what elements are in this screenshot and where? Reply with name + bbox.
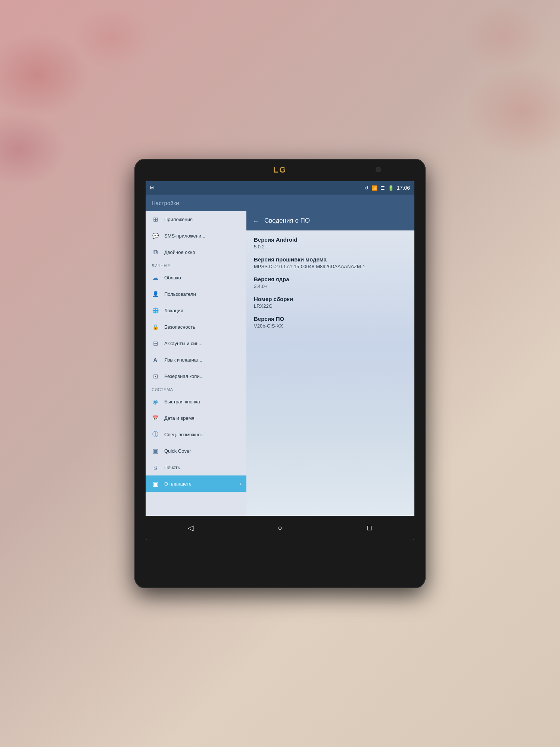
kernel-version-value: 3.4.0+ bbox=[254, 283, 407, 289]
print-icon: 🖨 bbox=[151, 463, 160, 472]
sidebar-item-label: Quick Cover bbox=[164, 448, 241, 454]
battery-icon: 🔋 bbox=[388, 185, 394, 191]
sidebar-item-label: Безопасность bbox=[164, 324, 241, 330]
android-version-value: 5.0.2 bbox=[254, 244, 407, 249]
language-icon: A bbox=[151, 355, 160, 364]
kernel-version-section: Версия ядра 3.4.0+ bbox=[254, 276, 407, 289]
accounts-icon: ⊟ bbox=[151, 339, 160, 348]
detail-panel: ← Сведения о ПО Версия Android 5.0.2 Вер… bbox=[246, 211, 414, 516]
scene: LG M ↺ 📶 ☲ 🔋 17:06 Настройки bbox=[0, 0, 560, 747]
sidebar-item-label: Дата и время bbox=[164, 415, 241, 421]
accessibility-icon: ⓘ bbox=[151, 430, 160, 439]
users-icon: 👤 bbox=[151, 289, 160, 298]
home-button[interactable]: ○ bbox=[271, 520, 289, 535]
back-nav-icon: ◁ bbox=[188, 523, 193, 532]
build-number-section: Номер сборки LRX22G bbox=[254, 296, 407, 309]
sidebar-item-label: Резервная копи... bbox=[164, 374, 241, 379]
sidebar-item-backup[interactable]: ⊡ Резервная копи... bbox=[146, 368, 246, 384]
sidebar-item-users[interactable]: 👤 Пользователи bbox=[146, 286, 246, 302]
recent-button[interactable]: □ bbox=[360, 520, 379, 535]
sidebar-item-apps[interactable]: ⊞ Приложения bbox=[146, 211, 246, 227]
sidebar-item-label: Локация bbox=[164, 308, 241, 313]
sidebar-item-label: О планшете bbox=[164, 481, 235, 487]
sidebar-item-sms[interactable]: 💬 SMS-приложени... bbox=[146, 227, 246, 244]
sidebar-item-label: Пользователи bbox=[164, 291, 241, 297]
sidebar-item-label: Печать bbox=[164, 465, 241, 470]
lg-logo: LG bbox=[273, 165, 287, 175]
detail-content: Версия Android 5.0.2 Версия прошивки мод… bbox=[246, 230, 414, 516]
sidebar-item-quickcover[interactable]: ▣ Quick Cover bbox=[146, 443, 246, 459]
sidebar-item-label: Язык и клавиат... bbox=[164, 357, 241, 363]
datetime-icon: 📅 bbox=[151, 413, 160, 422]
detail-header: ← Сведения о ПО bbox=[246, 211, 414, 230]
sidebar-item-location[interactable]: 🌐 Локация bbox=[146, 302, 246, 319]
back-arrow-icon[interactable]: ← bbox=[252, 217, 260, 225]
sidebar: ⊞ Приложения 💬 SMS-приложени... ⧉ Двойно… bbox=[146, 211, 246, 516]
quickbtn-icon: ◉ bbox=[151, 397, 160, 406]
navigation-bar: ◁ ○ □ bbox=[146, 516, 414, 540]
sidebar-item-window[interactable]: ⧉ Двойное окно bbox=[146, 244, 246, 260]
status-bar: M ↺ 📶 ☲ 🔋 17:06 bbox=[146, 181, 414, 195]
screen: M ↺ 📶 ☲ 🔋 17:06 Настройки ⊞ Приложения bbox=[146, 181, 414, 540]
cloud-icon: ☁ bbox=[151, 273, 160, 282]
security-icon: 🔒 bbox=[151, 322, 160, 331]
back-button[interactable]: ◁ bbox=[181, 520, 200, 535]
section-personal: ЛИЧНЫЕ bbox=[146, 260, 246, 269]
chevron-right-icon: › bbox=[239, 481, 241, 487]
software-version-value: V20b-CIS-XX bbox=[254, 323, 407, 329]
sync-icon: ↺ bbox=[364, 185, 368, 191]
detail-title: Сведения о ПО bbox=[264, 217, 310, 224]
software-version-section: Версия ПО V20b-CIS-XX bbox=[254, 316, 407, 329]
sidebar-item-label: Двойное окно bbox=[164, 249, 241, 255]
sidebar-item-print[interactable]: 🖨 Печать bbox=[146, 459, 246, 475]
main-content: ⊞ Приложения 💬 SMS-приложени... ⧉ Двойно… bbox=[146, 211, 414, 516]
sidebar-item-label: Аккаунты и син... bbox=[164, 341, 241, 346]
sidebar-item-label: Спец. возможно... bbox=[164, 432, 241, 437]
sidebar-item-cloud[interactable]: ☁ Облако bbox=[146, 269, 246, 286]
sidebar-item-label: Быстрая кнопка bbox=[164, 399, 241, 405]
settings-header: Настройки bbox=[146, 195, 414, 211]
sidebar-item-datetime[interactable]: 📅 Дата и время bbox=[146, 410, 246, 426]
network-icon: ☲ bbox=[380, 185, 385, 191]
sidebar-item-accounts[interactable]: ⊟ Аккаунты и син... bbox=[146, 335, 246, 351]
sidebar-item-label: Облако bbox=[164, 275, 241, 280]
sidebar-item-language[interactable]: A Язык и клавиат... bbox=[146, 351, 246, 368]
tablet-icon: ▣ bbox=[151, 479, 160, 488]
location-icon: 🌐 bbox=[151, 306, 160, 315]
window-icon: ⧉ bbox=[151, 248, 160, 257]
camera-dot bbox=[376, 167, 381, 172]
build-number-title: Номер сборки bbox=[254, 296, 407, 302]
kernel-version-title: Версия ядра bbox=[254, 276, 407, 282]
sidebar-item-label: Приложения bbox=[164, 217, 241, 222]
android-version-title: Версия Android bbox=[254, 236, 407, 243]
recent-nav-icon: □ bbox=[367, 524, 372, 532]
section-system: СИСТЕМА bbox=[146, 384, 246, 393]
sidebar-item-tablet[interactable]: ▣ О планшете › bbox=[146, 475, 246, 492]
sidebar-item-accessibility[interactable]: ⓘ Спец. возможно... bbox=[146, 426, 246, 443]
tablet: LG M ↺ 📶 ☲ 🔋 17:06 Настройки bbox=[134, 159, 426, 588]
notification-icon: M bbox=[150, 185, 154, 190]
android-version-section: Версия Android 5.0.2 bbox=[254, 236, 407, 249]
apps-icon: ⊞ bbox=[151, 215, 160, 224]
modem-version-value: MPSS.DI.2.0.1.c1.15-00048-M8926DAAAANAZM… bbox=[254, 264, 407, 269]
software-version-title: Версия ПО bbox=[254, 316, 407, 322]
sidebar-item-security[interactable]: 🔒 Безопасность bbox=[146, 319, 246, 335]
build-number-value: LRX22G bbox=[254, 303, 407, 309]
home-nav-icon: ○ bbox=[278, 524, 282, 532]
sms-icon: 💬 bbox=[151, 231, 160, 240]
wifi-icon: 📶 bbox=[371, 185, 377, 191]
backup-icon: ⊡ bbox=[151, 372, 160, 381]
quickcover-icon: ▣ bbox=[151, 446, 160, 455]
settings-title: Настройки bbox=[152, 200, 179, 206]
tablet-top-bar: LG bbox=[134, 159, 426, 181]
modem-version-title: Версия прошивки модема bbox=[254, 256, 407, 263]
sidebar-item-quickbtn[interactable]: ◉ Быстрая кнопка bbox=[146, 393, 246, 410]
modem-version-section: Версия прошивки модема MPSS.DI.2.0.1.c1.… bbox=[254, 256, 407, 269]
sidebar-item-label: SMS-приложени... bbox=[164, 233, 241, 239]
status-time: 17:06 bbox=[397, 185, 410, 191]
